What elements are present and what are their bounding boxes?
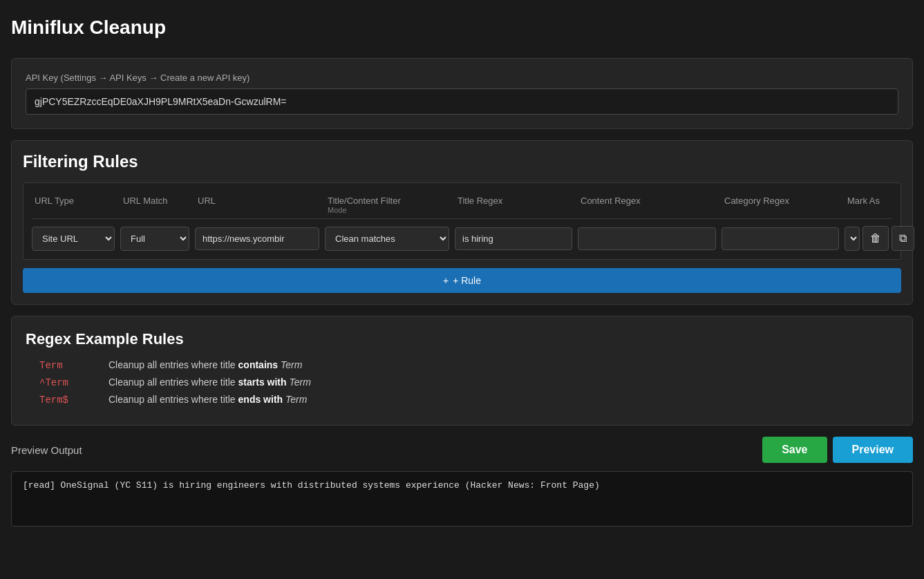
regex-term-2: ^Term: [39, 377, 109, 388]
filtering-rules-title: Filtering Rules: [23, 152, 901, 171]
col-header-category-regex: Category Regex: [724, 196, 842, 214]
preview-button[interactable]: Preview: [833, 437, 913, 463]
url-type-select[interactable]: Site URL Feed URL: [32, 227, 115, 251]
table-row: Site URL Feed URL Full Partial Regex Cle…: [32, 226, 892, 251]
col-header-title-regex: Title Regex: [458, 196, 575, 214]
list-item: Term$ Cleanup all entries where title en…: [39, 394, 898, 406]
api-key-label: API Key (Settings → API Keys → Create a …: [26, 73, 898, 83]
regex-examples-card: Regex Example Rules Term Cleanup all ent…: [11, 316, 913, 426]
save-button[interactable]: Save: [762, 437, 827, 463]
mode-select[interactable]: Clean matches Keep matches Mark as read: [325, 227, 449, 251]
mark-as-select[interactable]: Read Unread Removed: [845, 227, 860, 251]
delete-rule-button[interactable]: 🗑: [862, 226, 889, 251]
regex-desc-2: Cleanup all entries where title starts w…: [109, 377, 311, 388]
title-regex-input[interactable]: [455, 227, 572, 250]
add-icon: +: [443, 275, 449, 286]
api-key-input[interactable]: [26, 88, 898, 115]
content-regex-input[interactable]: [578, 227, 716, 250]
col-header-content-regex: Content Regex: [581, 196, 719, 214]
col-header-url: URL: [198, 196, 322, 214]
filtering-rules-card: Filtering Rules URL Type URL Match URL T…: [11, 140, 913, 305]
regex-list: Term Cleanup all entries where title con…: [26, 359, 898, 406]
col-header-url-type: URL Type: [35, 196, 117, 214]
regex-desc-1: Cleanup all entries where title contains…: [109, 359, 302, 370]
app-title: Miniflux Cleanup: [11, 11, 913, 44]
add-rule-label: + Rule: [453, 275, 481, 286]
col-header-mark-as: Mark As: [847, 196, 903, 214]
preview-output-label: Preview Output: [11, 444, 82, 456]
regex-term-3: Term$: [39, 395, 109, 406]
regex-desc-3: Cleanup all entries where title ends wit…: [109, 394, 307, 405]
category-regex-input[interactable]: [722, 227, 839, 250]
api-key-card: API Key (Settings → API Keys → Create a …: [11, 58, 913, 129]
regex-examples-title: Regex Example Rules: [26, 330, 898, 348]
preview-header: Preview Output Save Preview: [11, 437, 913, 463]
url-match-select[interactable]: Full Partial Regex: [120, 227, 189, 251]
rules-table: URL Type URL Match URL Title/Content Fil…: [23, 182, 901, 260]
regex-term-1: Term: [39, 360, 109, 371]
col-header-title-content: Title/Content Filter Mode: [328, 196, 452, 214]
rules-table-header: URL Type URL Match URL Title/Content Fil…: [32, 191, 892, 219]
list-item: Term Cleanup all entries where title con…: [39, 359, 898, 371]
preview-section: Preview Output Save Preview [read] OneSi…: [11, 437, 913, 526]
action-buttons: Save Preview: [762, 437, 913, 463]
preview-output: [read] OneSignal (YC S11) is hiring engi…: [11, 471, 913, 526]
copy-rule-button[interactable]: ⧉: [892, 226, 914, 251]
url-input[interactable]: [195, 227, 319, 250]
col-header-url-match: URL Match: [123, 196, 192, 214]
add-rule-button[interactable]: + + Rule: [23, 268, 901, 293]
list-item: ^Term Cleanup all entries where title st…: [39, 377, 898, 388]
